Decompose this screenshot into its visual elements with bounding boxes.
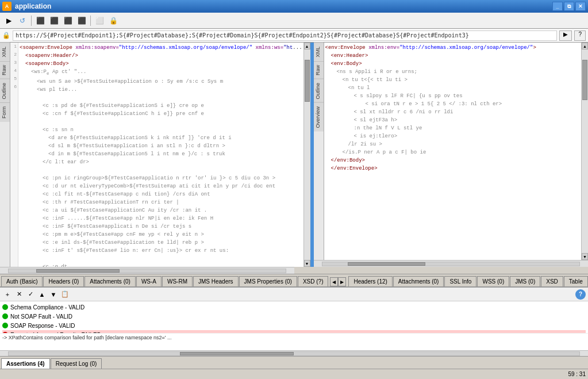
status-dot-2 xyxy=(2,313,8,319)
xml-tab-right[interactable]: XML xyxy=(314,43,324,61)
refresh-button[interactable]: ↺ xyxy=(16,14,29,27)
left-vscroll-down[interactable]: ▼ xyxy=(304,260,310,267)
error-detail: -> XPathContains comparison failed for p… xyxy=(0,333,588,350)
assertions-toolbar: + ✕ ✓ ▲ ▼ 📋 ? xyxy=(0,288,588,301)
title-bar-text: application xyxy=(15,2,552,10)
tab-arrows-left: ◀ ▶ xyxy=(330,277,346,286)
right-hscroll-thumb[interactable] xyxy=(348,262,425,266)
outline-tab-right[interactable]: Outline xyxy=(314,79,324,103)
tab-assertions[interactable]: Assertions (4) xyxy=(1,358,50,369)
right-vscroll-down[interactable]: ▼ xyxy=(582,253,588,260)
status-dot-1 xyxy=(2,304,8,310)
right-side-tabs: XML Raw Outline Overview xyxy=(314,43,324,260)
url-go-btn[interactable]: ▶ xyxy=(559,30,572,41)
help-button[interactable]: ? xyxy=(575,289,586,300)
xml-tab-left[interactable]: XML xyxy=(0,43,10,61)
assertions-panel: + ✕ ✓ ▲ ▼ 📋 ? Schema Compliance - VALID … xyxy=(0,287,588,356)
right-panel-inner: XML Raw Outline Overview <env:Envelope x… xyxy=(314,43,588,260)
delete-assertion-button[interactable]: ✕ xyxy=(14,289,24,300)
tool-btn-5[interactable]: ⬜ xyxy=(93,14,106,27)
right-hscroll-track[interactable] xyxy=(322,262,580,266)
url-help-btn[interactable]: ? xyxy=(574,30,586,41)
tab-headers-0[interactable]: Headers (0) xyxy=(43,276,84,286)
stop-button[interactable]: ⬛ xyxy=(34,14,47,27)
move-down-button[interactable]: ▼ xyxy=(48,289,59,300)
status-bar: 59 : 31 xyxy=(0,369,588,379)
tool-btn-3[interactable]: ⬛ xyxy=(62,14,74,27)
assertion-item-3: SOAP Response - VALID xyxy=(2,321,586,330)
toolbar-separator-2 xyxy=(90,16,91,26)
right-vscroll-up[interactable]: ▲ xyxy=(582,43,588,49)
right-vscrollbar[interactable]: ▲ ▼ xyxy=(581,43,588,260)
tab-wss[interactable]: WSS (0) xyxy=(477,276,509,286)
outline-tab-left[interactable]: Outline xyxy=(0,79,10,103)
move-up-button[interactable]: ▲ xyxy=(37,289,47,300)
tab-ssl-info[interactable]: SSL Info xyxy=(444,276,476,286)
tab-arrow-right[interactable]: ▶ xyxy=(338,277,346,286)
raw-tab-right[interactable]: Raw xyxy=(314,61,324,79)
right-panel: XML Raw Outline Overview <env:Envelope x… xyxy=(314,43,588,267)
tool-btn-2[interactable]: ⬛ xyxy=(48,14,60,27)
tool-btn-4[interactable]: ⬛ xyxy=(75,14,88,27)
url-lock-icon: 🔒 xyxy=(2,32,10,39)
right-vscroll-track[interactable] xyxy=(582,49,588,253)
copy-assertion-button[interactable]: 📋 xyxy=(60,289,70,300)
tab-headers-12[interactable]: Headers (12) xyxy=(348,276,392,286)
tab-arrow-left[interactable]: ◀ xyxy=(330,277,338,286)
left-vscrollbar[interactable]: ▲ ▼ xyxy=(303,43,310,267)
assertion-item-2: Not SOAP Fault - VALID xyxy=(2,312,586,321)
right-bottom-tabs: Headers (12) Attachments (0) SSL Info WS… xyxy=(347,274,588,286)
left-hscroll-track[interactable] xyxy=(8,269,286,273)
tab-jms-properties[interactable]: JMS Properties (0) xyxy=(239,276,297,286)
tab-table[interactable]: Table xyxy=(564,276,588,286)
assertions-content: Schema Compliance - VALID Not SOAP Fault… xyxy=(0,301,588,333)
tab-jms-headers[interactable]: JMS Headers xyxy=(193,276,239,286)
lock-icon: 🔒 xyxy=(107,14,120,27)
overview-tab-right[interactable]: Overview xyxy=(314,102,324,132)
tab-xsd[interactable]: XSD (?) xyxy=(298,276,329,286)
url-bar: 🔒 ▶ ? xyxy=(0,29,588,43)
status-dot-3 xyxy=(2,323,8,328)
tab-xsd-right[interactable]: XSD xyxy=(541,276,563,286)
top-panels: XML Raw Outline Form 1 2 3 4 5 6 <soapen… xyxy=(0,43,588,267)
close-button[interactable]: ✕ xyxy=(575,2,586,11)
left-hscroll-thumb[interactable] xyxy=(36,269,119,273)
tab-ws-a[interactable]: WS-A xyxy=(136,276,162,286)
bottom-tabs-row: Auth (Basic) Headers (0) Attachments (0)… xyxy=(0,274,588,287)
assertions-scroll-track[interactable] xyxy=(8,351,580,356)
right-xml-content[interactable]: <env:Envelope xmlns:env="http://schemas.… xyxy=(324,43,581,260)
toolbar-separator-1 xyxy=(31,16,32,26)
left-vscroll-thumb[interactable] xyxy=(305,60,310,102)
left-vscroll-track[interactable] xyxy=(304,49,310,260)
status-position: 59 : 31 xyxy=(568,371,586,377)
assertions-scrollbar[interactable] xyxy=(0,350,588,356)
add-assertion-button[interactable]: + xyxy=(2,289,13,300)
left-bottom-tabs: Auth (Basic) Headers (0) Attachments (0)… xyxy=(0,274,347,286)
bottom-tab-bar: Assertions (4) Request Log (0) xyxy=(0,356,588,369)
raw-tab-left[interactable]: Raw xyxy=(0,61,10,79)
right-hscrollbar[interactable] xyxy=(314,260,588,267)
assertion-item-1: Schema Compliance - VALID xyxy=(2,303,586,312)
left-xml-content[interactable]: <soapenv:Envelope xmlns:soapenv="http://… xyxy=(18,43,303,267)
restore-button[interactable]: ⧉ xyxy=(564,2,574,11)
main-toolbar: ▶ ↺ ⬛ ⬛ ⬛ ⬛ ⬜ 🔒 xyxy=(0,13,588,29)
left-gutter: 1 2 3 4 5 6 xyxy=(10,43,18,267)
tab-request-log[interactable]: Request Log (0) xyxy=(51,358,102,369)
form-tab-left[interactable]: Form xyxy=(0,102,10,122)
tab-attachments-0[interactable]: Attachments (0) xyxy=(84,276,136,286)
left-vscroll-up[interactable]: ▲ xyxy=(304,43,310,49)
left-side-tabs: XML Raw Outline Form xyxy=(0,43,10,267)
right-vscroll-thumb[interactable] xyxy=(582,60,587,101)
left-hscrollbar[interactable] xyxy=(0,267,294,274)
run-button[interactable]: ▶ xyxy=(2,14,15,27)
tab-auth-basic[interactable]: Auth (Basic) xyxy=(1,276,43,286)
tab-ws-rm[interactable]: WS-RM xyxy=(162,276,193,286)
tab-attachments-right[interactable]: Attachments (0) xyxy=(393,276,444,286)
assertions-scroll-thumb[interactable] xyxy=(180,352,294,355)
app-icon: A xyxy=(2,2,11,11)
check-assertion-button[interactable]: ✓ xyxy=(25,289,36,300)
left-panel: XML Raw Outline Form 1 2 3 4 5 6 <soapen… xyxy=(0,43,312,267)
url-input[interactable] xyxy=(13,30,557,41)
minimize-button[interactable]: _ xyxy=(552,2,563,11)
tab-jms-right[interactable]: JMS (0) xyxy=(510,276,540,286)
